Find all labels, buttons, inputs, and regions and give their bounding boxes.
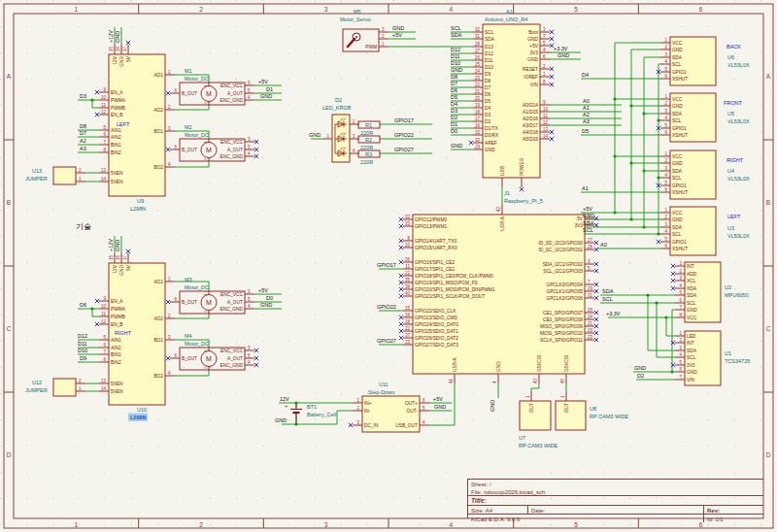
schematic-canvas[interactable]: 112233445566AABBCCDD9EN_A10PWMA11PWMB12E… xyxy=(0,0,777,532)
symbol-body[interactable] xyxy=(520,401,551,430)
symbol-u12[interactable]: 21U12JUMPER xyxy=(25,379,85,397)
field-label-left[interactable]: LEFT xyxy=(727,214,741,219)
component-value[interactable]: Battery_Cell xyxy=(307,412,336,417)
net-label-d12[interactable]: D12 xyxy=(451,47,460,52)
component-value[interactable]: VL53L0X xyxy=(727,176,750,182)
symbol-m3[interactable]: 6B_OUT3ENC_VCC5A_OUT4ENC_GNDM12M3Motor_D… xyxy=(166,277,254,314)
component-ref[interactable]: U12 xyxy=(32,380,42,385)
symbol-u10[interactable]: 9EN_A10PWMA11PWMB12EN_B5AIN16AIN27BIN18B… xyxy=(95,249,175,421)
field-label-front[interactable]: FRONT xyxy=(724,100,743,106)
component-value[interactable]: LED_KRGB xyxy=(322,105,352,111)
field-label-right[interactable]: RIGHT xyxy=(726,157,744,163)
net-label-d9[interactable]: D9 xyxy=(80,355,86,361)
symbol-a1[interactable]: 32SCL31SDA28D1327D1226D1125D1024D923D822… xyxy=(469,9,554,191)
symbol-m2[interactable]: 6B_OUT3ENC_VCC5A_OUT4ENC_GNDM12M2Motor_D… xyxy=(166,124,258,161)
net-label-12v[interactable]: 12V xyxy=(280,396,289,402)
component-value[interactable]: VL53L0X xyxy=(727,233,750,239)
net-label-d1[interactable]: D1 xyxy=(451,121,457,127)
component-value[interactable]: VL53L0X xyxy=(727,118,750,124)
net-label-gpio22[interactable]: GPIO22 xyxy=(394,132,414,138)
net-label-gnd[interactable]: GND xyxy=(634,365,646,371)
net-label-d1[interactable]: D1 xyxy=(266,86,273,92)
component-value[interactable]: 220R xyxy=(360,159,373,165)
symbol-u2[interactable]: 1INT2ADD3XCL4XDA5SDA6SCL7GND8VCCU2MPU605… xyxy=(671,261,749,323)
net-label-d6[interactable]: D6 xyxy=(80,302,86,308)
component-ref[interactable]: D2 xyxy=(335,97,342,103)
net-label-d11[interactable]: D11 xyxy=(451,53,460,59)
component-value[interactable]: VL53L0X xyxy=(727,62,750,68)
net-label-d8[interactable]: D8 xyxy=(80,123,86,129)
symbol-u7[interactable]: 1OUTU7RP CAM3 WIDE xyxy=(519,391,558,449)
symbol-u9[interactable]: 9EN_A10PWMA11PWMB12EN_B5AIN16AIN27BIN18B… xyxy=(95,41,175,212)
symbol-j1[interactable]: 32GPIO12/PWM033GPIO13/PWM18GPIO14/UART_T… xyxy=(399,190,598,383)
net-label-d2[interactable]: D2 xyxy=(451,115,457,120)
net-label-scl[interactable]: SCL xyxy=(602,296,613,302)
net-label-d0[interactable]: D0 xyxy=(451,128,457,134)
component-ref[interactable]: U5 xyxy=(727,111,734,116)
component-ref[interactable]: M5 xyxy=(354,9,361,15)
symbol-u1[interactable]: 1LED2INT3SDA4SCL53V36GND7VINU1TCS34725 xyxy=(671,331,750,386)
net-label-gnd[interactable]: GND xyxy=(392,25,404,31)
net-label-gnd[interactable]: GND xyxy=(490,400,495,412)
net-label-d0[interactable]: D0 xyxy=(266,295,273,301)
net-label-a1[interactable]: A1 xyxy=(582,185,589,191)
wire[interactable] xyxy=(666,317,675,336)
wire[interactable] xyxy=(648,295,675,350)
component-value[interactable]: Motor_DC xyxy=(185,132,209,138)
component-value[interactable]: 220R xyxy=(360,145,373,150)
net-label-d5[interactable]: D5 xyxy=(451,94,457,100)
net-label-+5v[interactable]: +5V xyxy=(583,206,592,212)
net-label-gnd[interactable]: GND xyxy=(309,132,321,138)
component-ref[interactable]: M3 xyxy=(185,277,192,283)
net-label-sda[interactable]: SDA xyxy=(451,32,462,38)
net-label-d4[interactable]: D4 xyxy=(582,72,589,78)
wire[interactable] xyxy=(175,370,209,376)
net-label-gnd[interactable]: GND xyxy=(260,302,272,308)
component-ref[interactable]: R2 xyxy=(365,137,372,143)
component-ref[interactable]: J1 xyxy=(504,190,510,196)
net-label-gnd[interactable]: GND xyxy=(260,93,272,99)
net-label-a1[interactable]: A1 xyxy=(583,105,590,111)
component-value[interactable]: Motor_DC xyxy=(185,341,209,347)
net-label-+5v[interactable]: +5V xyxy=(433,396,443,402)
symbol-bt1[interactable]: +BT1Battery_Cell xyxy=(285,403,336,424)
wire[interactable] xyxy=(175,105,209,110)
net-label-gpio27[interactable]: GPIO27 xyxy=(394,147,414,152)
net-label-d10[interactable]: D10 xyxy=(451,60,460,66)
symbol-r3[interactable]: R3220R xyxy=(358,150,380,165)
component-value[interactable]: JUMPER xyxy=(25,176,48,182)
symbol-body[interactable] xyxy=(556,401,586,430)
symbol-u13[interactable]: 21U13JUMPER xyxy=(25,167,85,184)
net-label-gnd[interactable]: GND xyxy=(434,404,446,410)
component-value[interactable]: RP CAM3 WIDE xyxy=(590,414,629,419)
net-label-a0[interactable]: A0 xyxy=(600,242,607,248)
net-label-sda[interactable]: SDA xyxy=(583,220,594,226)
symbol-r2[interactable]: R2220R xyxy=(358,136,380,150)
net-label-a3[interactable]: A3 xyxy=(583,118,590,124)
net-label-scl[interactable]: SCL xyxy=(583,227,593,233)
component-ref[interactable]: U13 xyxy=(32,168,42,174)
net-label-+3.3v[interactable]: +3.3V xyxy=(554,46,568,51)
net-label-a0[interactable]: A0 xyxy=(583,98,590,104)
net-label-gnd[interactable]: GND xyxy=(583,213,594,218)
component-value[interactable]: Motor_DC xyxy=(185,76,209,82)
net-label-a2[interactable]: A2 xyxy=(583,112,590,117)
net-label-a3[interactable]: A3 xyxy=(80,146,86,151)
net-label-gnd[interactable]: GND xyxy=(275,417,287,423)
net-label-+12v[interactable]: +12V xyxy=(108,30,114,43)
component-ref[interactable]: M1 xyxy=(185,68,192,74)
component-ref[interactable]: U11 xyxy=(379,382,388,387)
component-value[interactable]: Raspberry_PI_5 xyxy=(504,198,543,204)
net-label-d11[interactable]: D11 xyxy=(78,341,87,347)
component-ref[interactable]: U6 xyxy=(727,54,734,60)
field-label-back[interactable]: BACK xyxy=(726,44,741,50)
net-label-d8[interactable]: D8 xyxy=(451,74,457,80)
net-label-scl[interactable]: SCL xyxy=(451,25,461,31)
net-label-+3.3v[interactable]: +3.3V xyxy=(606,311,621,316)
component-value[interactable]: L298N xyxy=(130,415,147,420)
net-label-gnd[interactable]: GND xyxy=(115,240,120,251)
component-value[interactable]: JUMPER xyxy=(25,387,48,393)
component-ref[interactable]: A1 xyxy=(506,9,513,15)
net-label-d5[interactable]: D5 xyxy=(582,128,589,134)
component-ref[interactable]: U4 xyxy=(727,168,734,174)
